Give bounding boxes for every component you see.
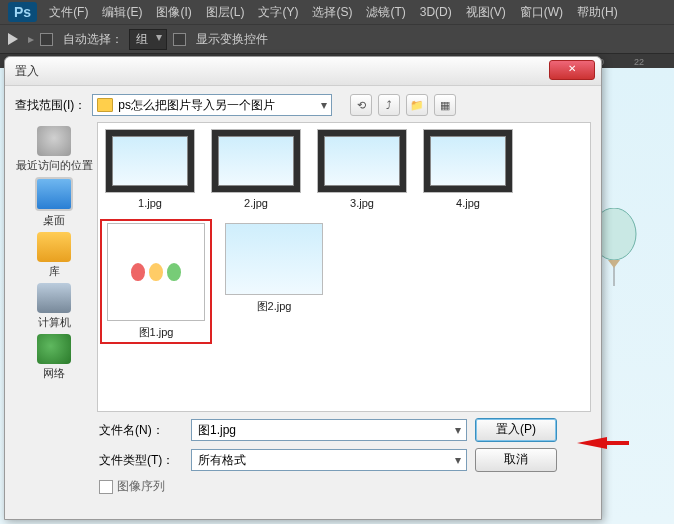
thumbnail (105, 129, 195, 193)
place-dialog: 置入 ✕ 查找范围(I)： ps怎么把图片导入另一个图片 ⟲ ⤴ 📁 ▦ (4, 56, 602, 520)
ps-logo: Ps (8, 2, 37, 22)
file-name: 1.jpg (138, 197, 162, 209)
place-network[interactable]: 网络 (37, 334, 71, 381)
thumbnail (211, 129, 301, 193)
menu-select[interactable]: 选择(S) (312, 4, 352, 21)
places-bar: 最近访问的位置 桌面 库 计算机 网络 (15, 122, 93, 412)
libraries-icon (37, 232, 71, 262)
menu-filter[interactable]: 滤镜(T) (366, 4, 405, 21)
place-label: 网络 (43, 366, 65, 381)
place-label: 计算机 (38, 315, 71, 330)
app-menubar: Ps 文件(F) 编辑(E) 图像(I) 图层(L) 文字(Y) 选择(S) 滤… (0, 0, 674, 24)
menu-3d[interactable]: 3D(D) (420, 5, 452, 19)
folder-icon (97, 98, 113, 112)
file-name: 4.jpg (456, 197, 480, 209)
computer-icon (37, 283, 71, 313)
file-item[interactable]: 3.jpg (316, 129, 408, 209)
file-name: 图2.jpg (257, 299, 292, 314)
filename-input[interactable]: 图1.jpg (191, 419, 467, 441)
place-label: 桌面 (43, 213, 65, 228)
show-transform-label: 显示变换控件 (196, 31, 268, 48)
filetype-dropdown[interactable]: 所有格式 (191, 449, 467, 471)
dialog-titlebar[interactable]: 置入 ✕ (5, 57, 601, 86)
filename-label: 文件名(N)： (99, 422, 183, 439)
thumbnail (423, 129, 513, 193)
menu-type[interactable]: 文字(Y) (258, 4, 298, 21)
lookin-label: 查找范围(I)： (15, 97, 86, 114)
place-button[interactable]: 置入(P) (475, 418, 557, 442)
place-label: 库 (49, 264, 60, 279)
image-sequence-label: 图像序列 (117, 478, 165, 495)
file-name: 2.jpg (244, 197, 268, 209)
menu-window[interactable]: 窗口(W) (520, 4, 563, 21)
back-icon[interactable]: ⟲ (350, 94, 372, 116)
menu-edit[interactable]: 编辑(E) (102, 4, 142, 21)
file-item[interactable]: 4.jpg (422, 129, 514, 209)
file-name: 图1.jpg (139, 325, 174, 340)
place-recent[interactable]: 最近访问的位置 (16, 126, 93, 173)
filename-value: 图1.jpg (198, 422, 236, 439)
up-icon[interactable]: ⤴ (378, 94, 400, 116)
file-item[interactable]: 图2.jpg (222, 223, 326, 340)
menu-help[interactable]: 帮助(H) (577, 4, 618, 21)
place-computer[interactable]: 计算机 (37, 283, 71, 330)
close-button[interactable]: ✕ (549, 60, 595, 80)
dialog-title: 置入 (15, 63, 39, 80)
new-folder-icon[interactable]: 📁 (406, 94, 428, 116)
lookin-dropdown[interactable]: ps怎么把图片导入另一个图片 (92, 94, 332, 116)
file-item-selected[interactable]: 图1.jpg (104, 223, 208, 340)
annotation-arrow (577, 437, 607, 449)
thumbnail (225, 223, 323, 295)
recent-icon (37, 126, 71, 156)
cancel-button[interactable]: 取消 (475, 448, 557, 472)
lookin-value: ps怎么把图片导入另一个图片 (118, 97, 275, 114)
move-tool-icon[interactable] (8, 33, 18, 45)
filetype-label: 文件类型(T)： (99, 452, 183, 469)
show-transform-checkbox[interactable] (173, 33, 186, 46)
place-desktop[interactable]: 桌面 (35, 177, 73, 228)
place-libraries[interactable]: 库 (37, 232, 71, 279)
place-label: 最近访问的位置 (16, 158, 93, 173)
ruler-tick: 22 (634, 57, 644, 67)
menu-image[interactable]: 图像(I) (156, 4, 191, 21)
menu-view[interactable]: 视图(V) (466, 4, 506, 21)
thumbnail (317, 129, 407, 193)
file-item[interactable]: 1.jpg (104, 129, 196, 209)
auto-select-checkbox[interactable] (40, 33, 53, 46)
file-item[interactable]: 2.jpg (210, 129, 302, 209)
desktop-icon (35, 177, 73, 211)
view-menu-icon[interactable]: ▦ (434, 94, 456, 116)
options-bar: ▸ 自动选择： 组 显示变换控件 (0, 24, 674, 53)
network-icon (37, 334, 71, 364)
image-sequence-checkbox[interactable] (99, 480, 113, 494)
filetype-value: 所有格式 (198, 452, 246, 469)
menu-file[interactable]: 文件(F) (49, 4, 88, 21)
auto-select-dropdown[interactable]: 组 (129, 29, 167, 50)
file-name: 3.jpg (350, 197, 374, 209)
auto-select-label: 自动选择： (63, 31, 123, 48)
thumbnail (107, 223, 205, 321)
menu-layer[interactable]: 图层(L) (206, 4, 245, 21)
file-list[interactable]: 1.jpg 2.jpg 3.jpg 4.jpg 图1.jpg 图2.jpg (97, 122, 591, 412)
